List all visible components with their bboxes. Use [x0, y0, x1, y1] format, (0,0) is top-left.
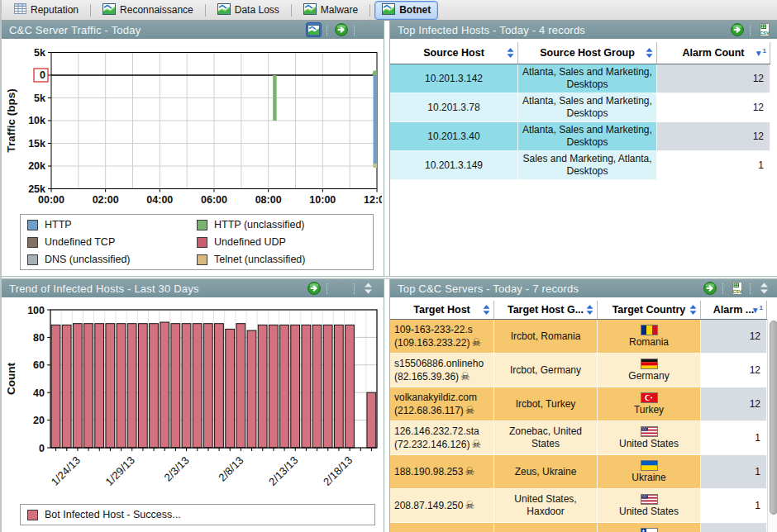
alarm-count: 12	[753, 73, 764, 85]
chart-view-icon[interactable]	[306, 22, 322, 37]
icon-separator	[722, 283, 724, 294]
tab-reputation[interactable]: Reputation	[7, 1, 86, 19]
table-row[interactable]: 190.196.23.165☠Chile, ZeusChile1	[390, 523, 767, 532]
target-host-line1: volkanakyildiz.com	[394, 392, 477, 404]
panel-top-cc-servers: Top C&C Servers - Today - 7 records CSV …	[389, 279, 777, 532]
svg-text:0: 0	[40, 69, 45, 81]
target-host-ip: (82.165.39.36)	[394, 371, 459, 382]
target-host-line2: (82.165.39.36)☠	[394, 370, 470, 383]
target-host-group-cell: Ircbot, Romania	[494, 320, 598, 354]
trend-chart: 0204060801001/24/131/29/132/3/132/8/132/…	[3, 299, 382, 506]
target-host-group-cell: Chile, Zeus	[494, 523, 598, 532]
zoom-icon[interactable]	[333, 281, 349, 296]
column-header-target-host-g-[interactable]: Target Host G...	[494, 301, 598, 319]
flag-germany-icon	[641, 359, 658, 369]
go-icon[interactable]	[333, 22, 349, 37]
tab-reconnaissance[interactable]: Reconnaissance	[95, 1, 201, 20]
legend-swatch	[197, 254, 207, 265]
table-row[interactable]: s15506886.onlineho(82.165.39.36)☠Ircbot,…	[390, 354, 767, 387]
target-host-line1: 208.87.149.250☠	[394, 499, 474, 512]
svg-text:08:00: 08:00	[255, 194, 282, 206]
sort-both-icon[interactable]	[689, 304, 697, 316]
target-country-cell: Ukraine	[598, 455, 701, 489]
svg-text:15k: 15k	[28, 138, 45, 150]
table-row[interactable]: 109-163-233-22.s(109.163.233.22)☠Ircbot,…	[390, 320, 767, 354]
source-host-group-cell: Atlanta, Sales and Marketing, Desktops	[518, 122, 657, 151]
table-row[interactable]: 10.201.3.149Sales and Marketing, Atlanta…	[390, 151, 770, 180]
column-header-source-host[interactable]: Source Host	[390, 42, 518, 64]
chart-icon	[303, 3, 317, 17]
sort-both-icon[interactable]	[483, 304, 490, 316]
table-row[interactable]: 10.201.3.142Atlanta, Sales and Marketing…	[390, 64, 770, 93]
go-icon[interactable]	[702, 281, 717, 296]
skull-icon: ☠	[465, 404, 475, 416]
source-host: 10.201.3.142	[425, 73, 483, 85]
tab-label: Reputation	[31, 4, 79, 16]
table-row[interactable]: 10.201.3.40Atlanta, Sales and Marketing,…	[390, 122, 770, 151]
target-host-line2: (109.163.233.22)☠	[394, 336, 481, 349]
vertical-scrollbar[interactable]	[767, 319, 777, 532]
alarm-count-cell: 12	[701, 320, 767, 354]
target-host: 208.87.149.250	[394, 500, 463, 511]
flag-chile-icon	[641, 528, 658, 532]
table-row[interactable]: 208.87.149.250☠United States, HaxdoorUni…	[390, 489, 767, 523]
alarm-count-cell: 1	[657, 151, 770, 180]
legend-label: Undefined TCP	[45, 236, 115, 248]
panel-header: Top C&C Servers - Today - 7 records CSV	[390, 279, 777, 297]
target-host-ip: (212.68.36.117)	[394, 405, 464, 416]
sort-both-icon[interactable]	[646, 47, 653, 59]
table-row[interactable]: 10.201.3.78Atlanta, Sales and Marketing,…	[390, 93, 770, 122]
table-row[interactable]: 188.190.98.253☠Zeus, UkraineUkraine1	[390, 455, 767, 489]
sort-both-icon[interactable]	[586, 304, 593, 316]
tab-malware[interactable]: Malware	[296, 1, 365, 20]
export-csv-icon[interactable]: CSV	[729, 281, 745, 296]
sort-both-icon[interactable]	[507, 47, 514, 59]
traffic-chart-legend: HTTPHTTP (unclassified)Undefined TCPUnde…	[20, 214, 374, 270]
go-icon[interactable]	[729, 22, 745, 37]
column-header-alarm-[interactable]: Alarm ...▼1	[701, 301, 767, 319]
skull-icon: ☠	[471, 336, 481, 349]
target-country-cell: Romania	[598, 320, 701, 354]
sort-descending-icon[interactable]: ▼1	[751, 308, 763, 311]
column-header-target-host[interactable]: Target Host	[390, 301, 494, 319]
target-host-cell: volkanakyildiz.com(212.68.36.117)☠	[390, 387, 494, 421]
table-row[interactable]: 126.146.232.72.sta(72.232.146.126)☠Zoneb…	[390, 421, 767, 455]
infected-hosts-table: Source HostSource Host GroupAlarm Count▼…	[390, 42, 770, 180]
target-host-group: Ircbot, Turkey	[516, 398, 576, 411]
sort-descending-icon[interactable]: ▼1	[755, 51, 766, 54]
legend-label: Undefined UDP	[214, 236, 286, 248]
flag-united-states-icon	[641, 494, 658, 505]
go-icon[interactable]	[306, 281, 322, 296]
svg-text:2/18/13: 2/18/13	[321, 454, 355, 488]
source-host-group-cell: Atlanta, Sales and Marketing, Desktops	[518, 64, 657, 93]
svg-text:10k: 10k	[28, 115, 45, 126]
target-host: 188.190.98.253	[394, 466, 463, 477]
target-host-cell: s15506886.onlineho(82.165.39.36)☠	[390, 354, 494, 387]
source-host-group: Atlanta, Sales and Marketing, Desktops	[521, 66, 654, 91]
alarm-count: 12	[750, 330, 760, 343]
tab-data-loss[interactable]: Data Loss	[210, 1, 287, 20]
flag-turkey-icon	[641, 392, 658, 403]
legend-swatch	[197, 237, 207, 248]
collapse-icon[interactable]	[360, 281, 376, 296]
alarm-count: 12	[753, 131, 764, 143]
zoom-icon[interactable]	[360, 22, 376, 37]
alarm-count-cell: 12	[657, 64, 770, 93]
column-header-label: Alarm ...	[713, 304, 754, 316]
collapse-icon[interactable]	[756, 281, 772, 296]
export-csv-icon[interactable]: CSV	[756, 22, 772, 37]
alarm-count-cell: 12	[657, 93, 770, 122]
target-host-group-cell: Zonebac, United States	[494, 421, 598, 455]
column-header-target-country[interactable]: Target Country	[598, 301, 701, 319]
scrollbar-thumb[interactable]	[770, 321, 777, 515]
column-header-alarm-count[interactable]: Alarm Count▼1	[657, 42, 770, 64]
target-host-group-cell: Zeus, Ukraine	[494, 455, 598, 489]
target-host-group-cell: United States, Haxdoor	[494, 489, 598, 523]
column-header-source-host-group[interactable]: Source Host Group	[518, 42, 657, 64]
table-icon	[14, 3, 26, 17]
trend-chart-legend: Bot Infected Host - Success...	[20, 504, 375, 525]
flag-romania-icon	[641, 325, 658, 335]
table-row[interactable]: volkanakyildiz.com(212.68.36.117)☠Ircbot…	[390, 387, 767, 421]
tab-botnet[interactable]: Botnet	[374, 1, 438, 20]
tab-label: Data Loss	[235, 4, 279, 16]
